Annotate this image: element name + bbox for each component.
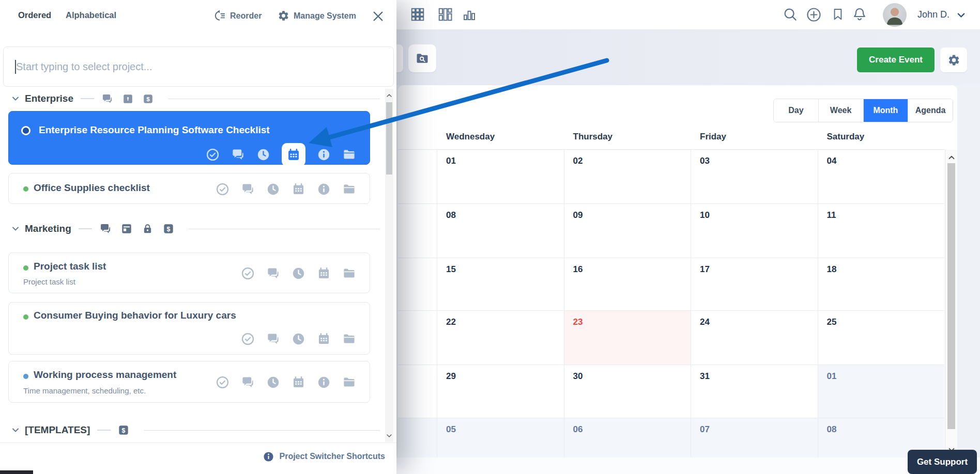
tab-month[interactable]: Month: [863, 99, 908, 122]
close-icon[interactable]: [371, 9, 385, 23]
grid-view-icon[interactable]: [410, 7, 425, 22]
folder-icon[interactable]: [342, 266, 356, 280]
calendar-day-cell[interactable]: 29: [437, 365, 564, 418]
calendar-button-highlighted[interactable]: [282, 143, 305, 166]
group-label: Enterprise: [25, 93, 73, 104]
avatar[interactable]: [883, 3, 907, 27]
scrollbar-thumb[interactable]: [386, 102, 392, 175]
clock-icon[interactable]: [266, 375, 280, 389]
calendar-day-cell[interactable]: 07: [691, 418, 818, 457]
radio-selected-icon: [20, 125, 32, 136]
calendar-day-cell[interactable]: 22: [437, 311, 564, 365]
clock-icon[interactable]: [292, 332, 305, 346]
gear-icon: [947, 54, 960, 67]
chat-icon[interactable]: [266, 332, 280, 346]
clock-icon[interactable]: [266, 182, 280, 196]
scrollbar-thumb[interactable]: [947, 163, 955, 429]
folder-icon[interactable]: [342, 375, 356, 389]
calendar-day-cell[interactable]: 10: [691, 204, 818, 258]
group-header-marketing[interactable]: Marketing: [0, 219, 385, 239]
weekday-sliver: [398, 132, 437, 149]
scroll-down-icon[interactable]: [385, 432, 393, 440]
search-icon[interactable]: [783, 7, 798, 22]
project-card-erp-selected[interactable]: Enterprise Resource Planning Software Ch…: [8, 111, 370, 165]
tab-agenda[interactable]: Agenda: [908, 99, 953, 122]
calendar-scrollbar[interactable]: [945, 150, 957, 457]
calendar-day-cell[interactable]: 09: [564, 204, 691, 258]
calendar-day-cell[interactable]: 05: [437, 418, 564, 457]
group-label: [TEMPLATES]: [25, 424, 90, 436]
calendar-day-cell[interactable]: 03: [691, 150, 818, 203]
calendar-day-cell[interactable]: 11: [818, 204, 945, 258]
bell-icon[interactable]: [852, 7, 867, 22]
tab-ordered[interactable]: Ordered: [18, 10, 51, 20]
calendar-day-cell[interactable]: 16: [564, 258, 691, 310]
group-header-templates[interactable]: [TEMPLATES]: [0, 420, 385, 440]
calendar-day-cell[interactable]: 18: [818, 258, 945, 310]
info-icon[interactable]: [317, 148, 331, 162]
info-icon[interactable]: [317, 182, 331, 196]
chevron-down-icon[interactable]: [10, 224, 21, 234]
calendar-day-cell[interactable]: 17: [691, 258, 818, 310]
manage-system-button[interactable]: Manage System: [278, 10, 356, 22]
group-header-enterprise[interactable]: Enterprise: [0, 89, 385, 108]
scroll-up-icon[interactable]: [947, 153, 956, 162]
project-search-input[interactable]: [16, 47, 383, 86]
tab-alphabetical[interactable]: Alphabetical: [66, 10, 116, 20]
chat-icon[interactable]: [231, 148, 245, 162]
scroll-up-icon[interactable]: [385, 91, 393, 100]
folder-icon[interactable]: [342, 182, 356, 196]
check-circle-icon[interactable]: [216, 182, 229, 196]
tab-week[interactable]: Week: [818, 99, 863, 122]
tab-day[interactable]: Day: [774, 99, 818, 122]
check-circle-icon[interactable]: [216, 375, 229, 389]
calendar-day-cell[interactable]: 08: [437, 204, 564, 258]
calendar-day-cell[interactable]: 25: [818, 311, 945, 365]
project-card-office-supplies[interactable]: Office Supplies checklist: [8, 173, 370, 204]
calendar-day-cell[interactable]: 30: [564, 365, 691, 418]
clock-icon[interactable]: [256, 148, 270, 162]
row-sliver: [398, 258, 437, 310]
project-card-task-list[interactable]: Project task list Project task list: [8, 252, 370, 293]
folder-icon[interactable]: [342, 148, 356, 162]
check-circle-icon[interactable]: [241, 332, 255, 346]
folder-search-button[interactable]: [408, 44, 436, 72]
check-circle-icon[interactable]: [241, 266, 255, 280]
create-event-button[interactable]: Create Event: [857, 48, 935, 72]
chart-view-icon[interactable]: [462, 7, 477, 22]
calendar-day-cell[interactable]: 24: [691, 311, 818, 365]
calendar-day-cell[interactable]: 06: [564, 418, 691, 457]
calendar-day-cell-today[interactable]: 23: [564, 311, 691, 365]
add-icon[interactable]: [806, 7, 822, 23]
calendar-icon[interactable]: [317, 266, 331, 280]
info-icon[interactable]: [317, 375, 331, 389]
bookmark-icon[interactable]: [831, 7, 845, 22]
chevron-down-icon[interactable]: [10, 93, 21, 104]
project-card-consumer-buying[interactable]: Consumer Buying behavior for Luxury cars: [8, 302, 370, 355]
calendar-day-cell[interactable]: 01: [437, 150, 564, 203]
calendar-settings-button[interactable]: [940, 48, 967, 72]
calendar-day-cell[interactable]: 15: [437, 258, 564, 310]
user-name[interactable]: John D.: [917, 9, 950, 20]
clock-icon[interactable]: [292, 266, 305, 280]
get-support-button[interactable]: Get Support: [908, 450, 977, 474]
folder-icon[interactable]: [342, 332, 356, 346]
chat-icon[interactable]: [266, 266, 280, 280]
chevron-down-icon[interactable]: [955, 9, 967, 21]
kanban-view-icon[interactable]: [437, 7, 453, 22]
project-switcher-shortcuts[interactable]: Project Switcher Shortcuts: [0, 443, 396, 470]
calendar-day-cell[interactable]: 02: [564, 150, 691, 203]
chat-icon[interactable]: [241, 182, 255, 196]
calendar-icon[interactable]: [317, 332, 331, 346]
chat-icon[interactable]: [241, 375, 255, 389]
calendar-icon[interactable]: [292, 182, 305, 196]
calendar-day-cell[interactable]: 31: [691, 365, 818, 418]
panel-scrollbar[interactable]: [385, 89, 393, 442]
chevron-down-icon[interactable]: [10, 425, 21, 435]
reorder-button[interactable]: Reorder: [214, 10, 262, 22]
project-card-working-process[interactable]: Working process management Time manageme…: [8, 361, 370, 403]
calendar-day-cell[interactable]: 01: [818, 365, 945, 418]
calendar-day-cell[interactable]: 04: [818, 150, 945, 203]
calendar-icon[interactable]: [292, 375, 305, 389]
check-circle-icon[interactable]: [206, 148, 220, 162]
